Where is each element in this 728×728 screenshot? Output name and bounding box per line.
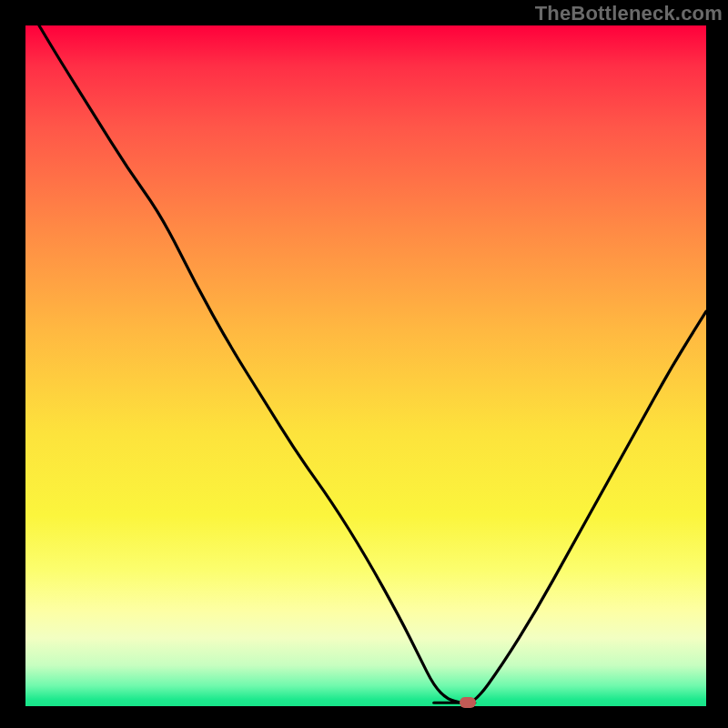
curve-layer — [0, 0, 728, 728]
watermark-text: TheBottleneck.com — [535, 2, 723, 25]
bottleneck-curve — [39, 25, 706, 703]
optimum-marker — [460, 697, 476, 708]
chart-stage: TheBottleneck.com — [0, 0, 728, 728]
